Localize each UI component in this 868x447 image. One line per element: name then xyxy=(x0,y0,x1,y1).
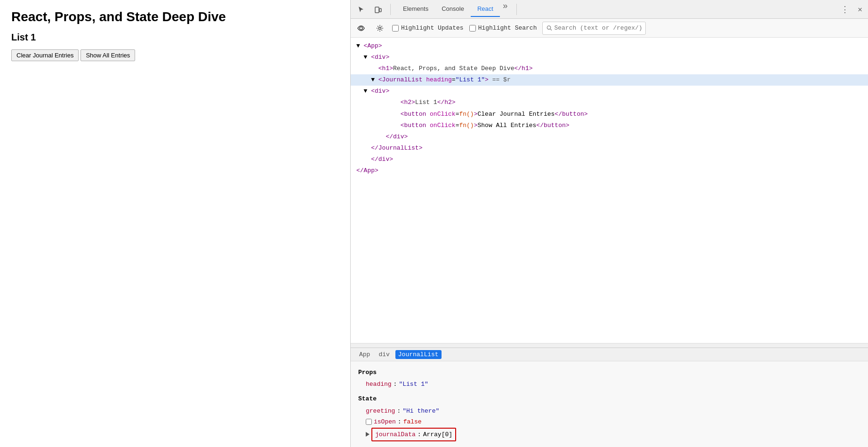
prop-value: "List 1" xyxy=(399,379,428,390)
search-icon xyxy=(547,25,552,31)
highlight-search-toggle[interactable]: Highlight Search xyxy=(469,24,537,32)
props-label: Props xyxy=(358,367,860,378)
tab-console[interactable]: Console xyxy=(435,1,471,17)
props-state-area: Props heading: "List 1" State greeting: … xyxy=(351,361,868,447)
more-tabs[interactable]: » xyxy=(500,1,511,17)
tree-line[interactable]: <h2>List 1</h2> xyxy=(351,97,868,108)
devtools-panel: Elements Console React » ⋮ ✕ Highlight U… xyxy=(350,0,868,447)
tree-line[interactable]: </div> xyxy=(351,131,868,143)
list-heading: List 1 xyxy=(11,32,339,43)
highlight-updates-checkbox[interactable] xyxy=(392,25,399,32)
prop-key: heading xyxy=(366,379,392,390)
svg-point-3 xyxy=(379,27,381,29)
tree-line[interactable]: <button onClick=fn()>Clear Journal Entri… xyxy=(351,109,868,120)
gear-icon[interactable] xyxy=(373,22,386,35)
breadcrumb-bar: AppdivJournalList xyxy=(351,348,868,361)
highlight-updates-toggle[interactable]: Highlight Updates xyxy=(392,24,464,32)
breadcrumb-item-journallist[interactable]: JournalList xyxy=(395,350,442,359)
devtools-tabbar: Elements Console React » ⋮ ✕ xyxy=(351,0,868,19)
state-row: journalData: Array[0] xyxy=(366,428,860,441)
tab-react[interactable]: React xyxy=(471,1,500,17)
button-row: Clear Journal Entries Show All Entries xyxy=(11,49,339,61)
show-all-btn[interactable]: Show All Entries xyxy=(80,49,135,61)
tree-line[interactable]: ▼ <div> xyxy=(351,86,868,97)
tree-line[interactable]: ▼ <App> xyxy=(351,40,868,52)
separator xyxy=(390,4,391,15)
tree-line[interactable]: </JournalList> xyxy=(351,143,868,154)
prop-row: heading: "List 1" xyxy=(366,379,860,390)
app-preview: React, Props, and State Deep Dive List 1… xyxy=(0,0,350,447)
search-input[interactable] xyxy=(554,24,642,32)
state-isopen-checkbox[interactable] xyxy=(366,419,372,425)
svg-point-2 xyxy=(360,27,362,30)
highlight-search-checkbox[interactable] xyxy=(469,25,476,32)
tree-line[interactable]: ▼ <div> xyxy=(351,52,868,63)
breadcrumb-item-div[interactable]: div xyxy=(376,350,392,359)
clear-journal-btn[interactable]: Clear Journal Entries xyxy=(11,49,79,61)
journaldata-value[interactable]: journalData: Array[0] xyxy=(371,428,456,441)
cursor-icon[interactable] xyxy=(354,3,368,16)
tree-line[interactable]: ▼ <JournalList heading="List 1"> == $r xyxy=(351,74,868,86)
state-row: isOpen: false xyxy=(366,416,860,427)
device-icon[interactable] xyxy=(371,3,385,16)
tree-line[interactable]: <h1>React, Props, and State Deep Dive</h… xyxy=(351,63,868,74)
state-label: State xyxy=(358,393,860,404)
highlight-updates-label: Highlight Updates xyxy=(401,24,464,32)
tree-line[interactable]: </div> xyxy=(351,154,868,165)
state-row: greeting: "Hi there" xyxy=(366,406,860,416)
svg-line-5 xyxy=(551,29,552,31)
search-bar[interactable] xyxy=(542,22,646,35)
bottom-panel: AppdivJournalList Props heading: "List 1… xyxy=(351,348,868,447)
tab-elements[interactable]: Elements xyxy=(396,1,435,17)
tree-line[interactable]: <button onClick=fn()>Show All Entries</b… xyxy=(351,120,868,131)
close-devtools-btn[interactable]: ✕ xyxy=(856,5,864,14)
expand-journaldata-icon[interactable] xyxy=(366,432,370,437)
react-toolbar: Highlight Updates Highlight Search xyxy=(351,19,868,38)
svg-point-4 xyxy=(547,26,551,29)
state-list: greeting: "Hi there"isOpen: falsejournal… xyxy=(358,406,860,441)
eye-icon[interactable] xyxy=(354,22,368,35)
svg-rect-0 xyxy=(375,7,379,13)
breadcrumb-item-app[interactable]: App xyxy=(356,350,373,359)
highlight-search-label: Highlight Search xyxy=(478,24,537,32)
tree-line[interactable]: </App> xyxy=(351,165,868,176)
state-key: greeting xyxy=(366,406,395,416)
component-tree: ▼ <App> ▼ <div> <h1>React, Props, and St… xyxy=(351,38,868,343)
horizontal-scrollbar[interactable] xyxy=(351,343,868,348)
state-value: "Hi there" xyxy=(402,406,439,416)
svg-rect-1 xyxy=(379,8,381,12)
separator2 xyxy=(516,4,517,15)
panel-tabs: Elements Console React » xyxy=(396,1,511,17)
app-title: React, Props, and State Deep Dive xyxy=(11,9,339,24)
props-list: heading: "List 1" xyxy=(358,379,860,390)
more-options-icon[interactable]: ⋮ xyxy=(838,4,852,15)
